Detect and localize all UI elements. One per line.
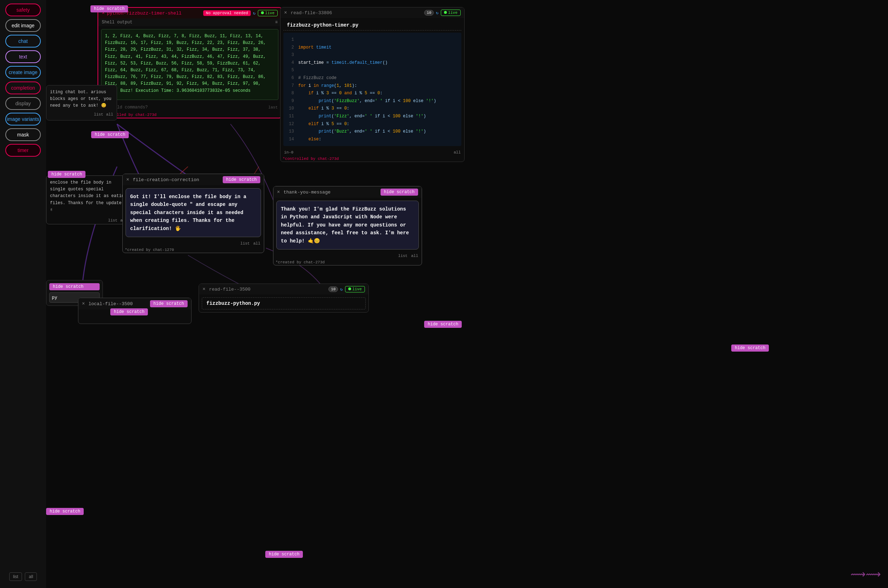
thank-you-all[interactable]: all	[411, 254, 418, 258]
no-approval-badge: No approval needed	[203, 10, 251, 16]
code-line-1: 1	[287, 36, 458, 44]
sidebar-btn-image-variants[interactable]: image variants	[5, 113, 41, 126]
shell-input-row: hide old commands? last	[98, 103, 281, 112]
sidebar-btn-text[interactable]: text	[5, 50, 41, 63]
file-body-list[interactable]: list	[108, 218, 117, 223]
file-correction-message: Got it! I'll enclose the file body in a …	[126, 188, 261, 237]
thank-you-header: × thank-you-message hide scratch	[273, 186, 422, 198]
sidebar-btn-display[interactable]: display	[5, 97, 41, 110]
read-file-bottom-panel: × read-file--3500 10 ↻ live fizzbuzz-pyt…	[198, 284, 369, 313]
code-line-9: 9 print('FizzBuzz', end=' ' if i < 100 e…	[287, 98, 458, 105]
read-file-bottom-close[interactable]: ×	[203, 286, 205, 292]
code-line-11: 11 print('Fizz', end=' ' if i < 100 else…	[287, 113, 458, 120]
chat-intro-list[interactable]: list	[94, 112, 103, 117]
read-file-footer-left: in-0	[284, 150, 293, 154]
canvas: × python-fizzbuzz-timer-shell No approva…	[46, 0, 888, 588]
hide-scratch-shell[interactable]: hide scratch	[90, 5, 128, 12]
read-file-num-badge: 10	[424, 10, 434, 16]
read-file-refresh-icon[interactable]: ↻	[436, 10, 438, 16]
sidebar-footer: list all	[9, 572, 37, 581]
sidebar-btn-create-image[interactable]: create image	[5, 66, 41, 79]
refresh-icon[interactable]: ↻	[253, 10, 255, 16]
hide-scratch-thank-you[interactable]: hide scratch	[380, 189, 418, 196]
file-correction-title: file-creation-correction	[133, 177, 199, 183]
thank-you-close[interactable]: ×	[277, 189, 280, 195]
read-file-title: read-file-33806	[290, 10, 332, 16]
hide-scratch-top-left[interactable]: hide scratch	[91, 131, 129, 138]
shell-panel: × python-fizzbuzz-timer-shell No approva…	[98, 7, 282, 118]
read-file-live-dot	[444, 11, 447, 14]
thank-you-created-by: *created by chat-273d	[273, 260, 422, 265]
file-correction-footer: list all	[123, 240, 264, 247]
file-correction-created-by: *created by chat-1270	[123, 247, 264, 253]
list-button[interactable]: list	[9, 572, 23, 581]
read-file-bottom-filename: fizzbuzz-python.py	[202, 297, 366, 309]
file-correction-panel: × file-creation-correction hide scratch …	[122, 174, 264, 253]
code-line-14: 14 else:	[287, 136, 458, 144]
sidebar-btn-chat[interactable]: chat	[5, 35, 41, 48]
live-dot	[261, 11, 264, 14]
code-line-2: 2import timeit	[287, 44, 458, 52]
sidebar-btn-safety[interactable]: safety	[5, 3, 41, 16]
live-badge: live	[258, 10, 278, 16]
read-file-bottom-title: read-file--3500	[209, 287, 250, 292]
sidebar-btn-edit-image[interactable]: edit image	[5, 19, 41, 32]
code-line-6: 6# FizzBuzz code	[287, 74, 458, 82]
read-file-bottom-refresh[interactable]: ↻	[340, 287, 343, 292]
hide-scratch-bottom-py[interactable]: hide scratch	[49, 283, 100, 290]
sidebar: safety edit image chat text create image…	[0, 0, 46, 588]
thank-you-footer: list all	[273, 252, 422, 260]
shell-header-badges: No approval needed ↻ live	[203, 10, 278, 16]
hide-scratch-file-correction[interactable]: hide scratch	[223, 176, 260, 183]
hide-scratch-1012[interactable]: hide scratch	[731, 345, 769, 352]
code-line-3: 3	[287, 51, 458, 59]
thank-you-list[interactable]: list	[398, 254, 407, 258]
hide-scratch-1473[interactable]: hide scratch	[46, 508, 84, 515]
hide-scratch-1594[interactable]: hide scratch	[265, 551, 303, 558]
local-file-title: local-file--3500	[88, 301, 133, 307]
file-correction-header: × file-creation-correction hide scratch	[123, 174, 264, 185]
hide-scratch-906[interactable]: hide scratch	[110, 308, 148, 315]
file-correction-list[interactable]: list	[240, 242, 249, 246]
hide-scratch-local-file[interactable]: hide scratch	[150, 300, 188, 307]
read-file-footer-right: all	[454, 150, 461, 154]
code-line-4: 4start_time = timeit.default_timer()	[287, 59, 458, 67]
read-file-header-badges: 10 ↻ live	[424, 10, 461, 16]
sidebar-btn-mask[interactable]: mask	[5, 128, 41, 141]
read-file-panel: × read-file-33806 10 ↻ live fizzbuzz-pyt…	[280, 7, 464, 162]
bottom-right-decoration: ⟿⟿	[850, 568, 881, 581]
read-file-live-badge: live	[441, 10, 461, 16]
read-file-close-btn[interactable]: ×	[284, 10, 287, 16]
file-body-content: enclose the file body in single quotes s…	[47, 176, 131, 217]
shell-subheader: Shell output ≡	[98, 18, 281, 26]
hide-scratch-file-body[interactable]: hide scratch	[48, 171, 86, 178]
code-line-7: 7for i in range(1, 101):	[287, 82, 458, 90]
read-file-filename: fizzbuzz-python-timer.py	[283, 20, 461, 30]
shell-menu-icon[interactable]: ≡	[275, 20, 278, 25]
all-button[interactable]: all	[25, 572, 37, 581]
file-body-panel: hide scratch enclose the file body in si…	[46, 176, 131, 224]
code-line-10: 10 elif i % 3 == 0:	[287, 105, 458, 113]
read-file-controlled-by: *controlled by chat-273d	[281, 156, 464, 162]
chat-intro-all[interactable]: all	[106, 112, 113, 117]
thank-you-panel: × thank-you-message hide scratch Thank y…	[273, 186, 422, 266]
read-file-bottom-live-badge: live	[345, 286, 365, 292]
local-file-close[interactable]: ×	[82, 301, 85, 307]
file-correction-all[interactable]: all	[253, 242, 260, 246]
shell-output: 1, 2, Fizz, 4, Buzz, Fizz, 7, 8, Fizz, B…	[101, 29, 278, 100]
code-line-8: 8 if i % 3 == 0 and i % 5 == 0:	[287, 90, 458, 98]
shell-last-label: last	[269, 105, 278, 110]
sidebar-btn-timer[interactable]: timer	[5, 144, 41, 157]
read-file-bottom-num-badge: 10	[328, 286, 338, 292]
chat-intro-panel: iting chat bot. arious blocks ages or te…	[46, 85, 117, 120]
shell-controlled-by: *controlled by chat-273d	[98, 112, 281, 118]
hide-scratch-945[interactable]: hide scratch	[424, 321, 462, 328]
read-file-header: × read-file-33806 10 ↻ live	[281, 8, 464, 18]
code-area: 1 2import timeit 3 4start_time = timeit.…	[283, 33, 461, 146]
shell-output-label: Shell output	[102, 20, 132, 25]
file-correction-close[interactable]: ×	[126, 177, 129, 183]
thank-you-message: Thank you! I'm glad the FizzBuzz solutio…	[276, 201, 419, 249]
code-line-12: 12 elif i % 5 == 0:	[287, 120, 458, 128]
sidebar-btn-completion[interactable]: completion	[5, 81, 41, 94]
code-line-13: 13 print('Buzz', end=' ' if i < 100 else…	[287, 128, 458, 136]
